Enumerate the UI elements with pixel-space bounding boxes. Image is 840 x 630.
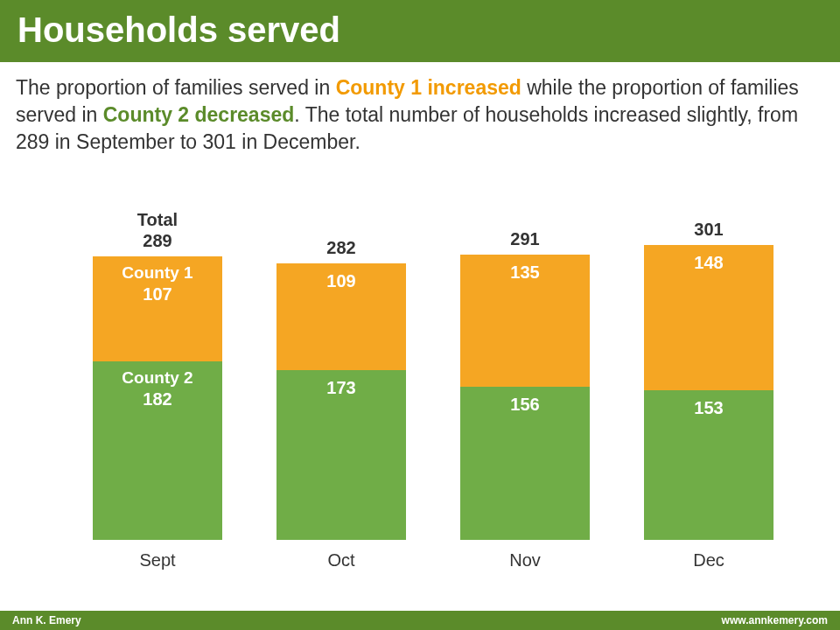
- chart-subtitle: The proportion of families served in Cou…: [0, 62, 840, 164]
- bar-segment-county2: 156: [460, 387, 590, 540]
- bar-segment-county1: 148: [644, 245, 774, 390]
- footer-bar: Ann K. Emery www.annkemery.com: [0, 611, 840, 630]
- bar-column: 291135156: [455, 228, 595, 540]
- bar-total-label: 301: [694, 219, 723, 240]
- bar-total-label: 282: [326, 237, 355, 258]
- bar-segment-county1: County 1107: [93, 256, 222, 361]
- bar-total-label: Total289: [137, 209, 178, 251]
- bar-stack: 148153: [644, 245, 774, 540]
- page-title-bar: Households served: [0, 0, 840, 62]
- bar-segment-county1: 135: [460, 255, 590, 387]
- bar-stack: County 1107County 2182: [93, 256, 222, 540]
- bar-column: 282109173: [271, 237, 411, 540]
- footer-site: www.annkemery.com: [722, 614, 828, 626]
- bar-segment-county2: 153: [644, 390, 774, 540]
- highlight-county1: County 1 increased: [336, 76, 522, 99]
- bar-column: Total289County 1107County 2182: [88, 209, 228, 540]
- bar-segment-county2: 173: [276, 370, 406, 540]
- stacked-bar-chart: Total289County 1107County 21822821091732…: [79, 197, 788, 582]
- footer-author: Ann K. Emery: [12, 614, 81, 626]
- bar-column: 301148153: [639, 219, 779, 540]
- x-axis-label: Dec: [639, 550, 779, 570]
- bar-stack: 135156: [460, 255, 590, 540]
- bar-total-label: 291: [510, 228, 539, 249]
- x-axis-label: Nov: [455, 550, 595, 570]
- bar-segment-county2: County 2182: [93, 361, 222, 540]
- bar-stack: 109173: [276, 263, 406, 540]
- page-title: Households served: [18, 10, 340, 49]
- x-axis-label: Sept: [88, 550, 228, 570]
- x-axis-label: Oct: [271, 550, 411, 570]
- highlight-county2: County 2 decreased: [103, 103, 295, 126]
- bar-segment-county1: 109: [276, 263, 406, 370]
